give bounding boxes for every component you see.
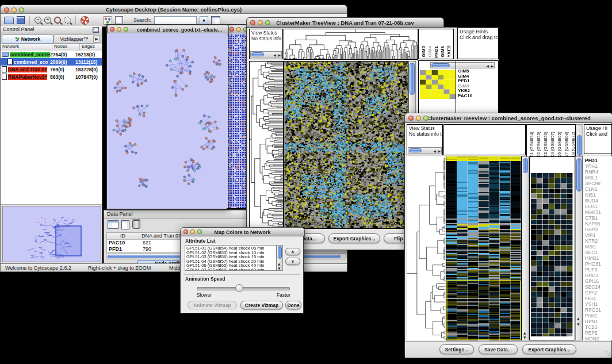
minimize-icon[interactable]: [190, 229, 195, 234]
zoom-window-icon[interactable]: [19, 7, 24, 13]
scroll-right-icon[interactable]: ▶: [278, 53, 281, 57]
close-icon[interactable]: [4, 7, 9, 13]
column-label[interactable]: GIM3: [440, 46, 445, 58]
gene-label[interactable]: PFD1: [583, 158, 612, 163]
attribute-list[interactable]: GPL51-01 (GSM854) heat shock 05 minGPL51…: [185, 245, 277, 271]
scroll-left-icon[interactable]: ◀: [273, 53, 276, 57]
gene-label[interactable]: BUD4: [583, 198, 612, 204]
gene-label[interactable]: MAK31: [583, 209, 612, 215]
gene-label[interactable]: PAN1: [583, 313, 612, 319]
gene-label[interactable]: MSI1: [583, 244, 612, 250]
export-graphics-button[interactable]: Export Graphics...: [328, 233, 380, 243]
scroll-left-icon[interactable]: ◀: [433, 149, 436, 153]
row-dendrogram[interactable]: [407, 156, 445, 340]
delete-attribute-icon[interactable]: [132, 220, 140, 229]
close-icon[interactable]: [183, 229, 188, 234]
search-input[interactable]: [154, 16, 197, 25]
attribute-item[interactable]: GPL51-07 (GSM868) heat shock 60 min: [185, 268, 276, 271]
gene-label[interactable]: RNR4: [583, 169, 612, 175]
scrollbar-thumb[interactable]: [251, 52, 264, 56]
scrollbar-thumb[interactable]: [409, 148, 422, 152]
gene-label[interactable]: SEC1: [583, 250, 612, 255]
scroll-right-icon[interactable]: ▶: [438, 149, 441, 153]
col-edges[interactable]: Edges: [80, 44, 102, 51]
col-nodes[interactable]: Nodes: [52, 44, 80, 51]
close-icon[interactable]: [110, 27, 114, 32]
gene-label[interactable]: FIG4: [583, 296, 612, 301]
zoom-fit-icon[interactable]: [64, 17, 71, 24]
scrollbar-thumb[interactable]: [523, 158, 528, 173]
view-status-hscrollbar[interactable]: ◀ ▶: [408, 147, 442, 154]
scrollbar-thumb[interactable]: [577, 135, 582, 156]
gene-label[interactable]: KAP95: [583, 221, 612, 227]
search-dropdown-icon[interactable]: ▼: [200, 16, 208, 25]
row-label[interactable]: PAC10: [458, 94, 472, 99]
new-attribute-icon[interactable]: [121, 220, 129, 229]
gene-label[interactable]: SPC98: [583, 181, 612, 186]
heatmap-vscrollbar[interactable]: ▲ ▼: [522, 156, 529, 340]
table-row[interactable]: combined_scores 2764(0) 16218(0): [1, 51, 102, 58]
gene-label[interactable]: PEP5: [583, 330, 612, 336]
zoom-window-icon[interactable]: [423, 116, 429, 121]
gene-label[interactable]: YRA1: [583, 163, 612, 169]
minimize-icon[interactable]: [236, 27, 241, 32]
table-row-selected[interactable]: combined_sco 2569(6) 13112(15): [1, 58, 102, 66]
minimize-icon[interactable]: [12, 7, 17, 13]
main-titlebar[interactable]: Cytoscape Desktop (Session Name: collins…: [0, 5, 347, 14]
resize-grip[interactable]: [605, 351, 611, 357]
column-dendrogram-empty[interactable]: [443, 124, 526, 155]
zoom-vscrollbar[interactable]: ▲ ▼: [575, 156, 583, 340]
gene-label[interactable]: TCB3: [583, 324, 612, 330]
gene-label[interactable]: HAP3: [583, 227, 612, 232]
row-dendrogram[interactable]: [249, 61, 284, 229]
zoom-out-icon[interactable]: −: [35, 17, 41, 24]
zoom-window-icon[interactable]: [124, 27, 128, 32]
scrollbar-thumb[interactable]: [278, 246, 282, 259]
zoom-selected-icon[interactable]: [54, 17, 61, 24]
column-dendrogram[interactable]: [284, 29, 418, 60]
scroll-down-icon[interactable]: ▼: [577, 322, 580, 326]
close-icon[interactable]: [250, 20, 255, 25]
gene-label[interactable]: CLN1: [583, 186, 612, 192]
scrollbar-thumb[interactable]: [431, 63, 450, 67]
scroll-right-icon[interactable]: ▶: [491, 64, 494, 68]
scroll-down-icon[interactable]: ▼: [523, 335, 526, 339]
scroll-left-icon[interactable]: ◀: [486, 64, 489, 68]
zoom-window-icon[interactable]: [197, 229, 202, 234]
gene-label[interactable]: ELG1: [583, 204, 612, 209]
heatmap-main[interactable]: [284, 61, 408, 229]
gene-label[interactable]: SEC24: [583, 284, 612, 290]
gene-label[interactable]: HRD3: [583, 273, 612, 278]
animation-speed-slider[interactable]: [197, 287, 290, 290]
birdseye-view[interactable]: [2, 206, 101, 262]
minimize-icon[interactable]: [117, 27, 121, 32]
move-down-button[interactable]: ∨: [285, 258, 300, 265]
help-lifesaver-icon[interactable]: [81, 16, 89, 25]
gene-label[interactable]: HMG1: [583, 255, 612, 261]
settings-button[interactable]: Settings...: [439, 344, 474, 354]
scroll-down-icon[interactable]: ▼: [278, 266, 281, 270]
tab-network[interactable]: Network: [2, 35, 53, 44]
gene-label[interactable]: RPN1: [583, 319, 612, 324]
column-label[interactable]: PFD1: [434, 46, 439, 58]
gene-label[interactable]: PHO81: [583, 261, 612, 267]
zoom-heatmap[interactable]: [531, 173, 573, 336]
tab-overflow-icon[interactable]: ▶: [93, 36, 100, 43]
gene-label[interactable]: GTB1: [583, 215, 612, 221]
gene-label[interactable]: NTR2: [583, 238, 612, 244]
scrollbar-thumb[interactable]: [576, 158, 582, 191]
similarity-matrix[interactable]: [420, 70, 456, 99]
save-data-button[interactable]: Save Data...: [479, 344, 518, 354]
scroll-up-icon[interactable]: ▲: [523, 331, 526, 335]
matrix-hscrollbar[interactable]: ◀ ▶: [430, 62, 495, 68]
gene-label[interactable]: MON2: [583, 336, 612, 340]
open-session-icon[interactable]: [4, 17, 14, 24]
select-attributes-icon[interactable]: [108, 220, 118, 229]
create-vizmap-button[interactable]: Create Vizmap: [240, 301, 283, 309]
view-status-hscrollbar[interactable]: ◀ ▶: [250, 51, 282, 58]
gene-label[interactable]: CPA2: [583, 290, 612, 296]
move-up-button[interactable]: ∧: [285, 248, 300, 255]
scrollbar-thumb[interactable]: [410, 63, 415, 95]
column-label[interactable]: GIM5: [421, 46, 426, 58]
column-label[interactable]: YKE2: [446, 45, 452, 58]
